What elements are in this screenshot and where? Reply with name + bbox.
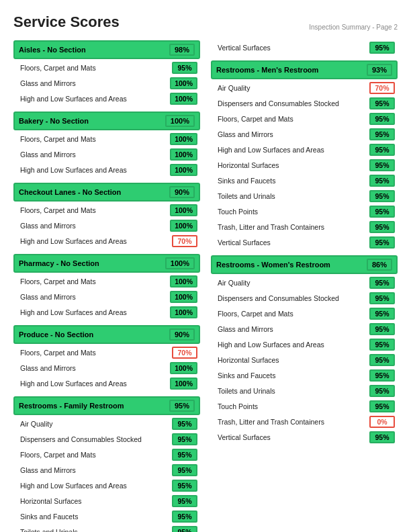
row-score: 95% xyxy=(172,495,197,507)
row-score: 100% xyxy=(170,133,197,145)
row-label: Sinks and Faucets xyxy=(218,177,369,185)
table-row: Glass and Mirrors95% xyxy=(13,463,200,478)
table-row: Floors, Carpet and Mats100% xyxy=(13,203,200,218)
row-score: 100% xyxy=(170,362,197,374)
page-title: Service Scores xyxy=(13,13,120,31)
row-score: 95% xyxy=(369,113,395,125)
table-row: Glass and Mirrors95% xyxy=(211,322,398,337)
table-row: High and Low Surfaces and Areas70% xyxy=(13,234,200,249)
row-label: High and Low Surfaces and Areas xyxy=(218,341,369,349)
section-name: Restrooms - Women's Restroom xyxy=(216,261,330,269)
row-score: 95% xyxy=(172,511,197,523)
row-label: Sinks and Faucets xyxy=(218,371,369,380)
table-row: High and Low Surfaces and Areas100% xyxy=(13,305,200,320)
row-label: Glass and Mirrors xyxy=(20,364,170,372)
table-row: Sinks and Faucets95% xyxy=(211,368,398,383)
row-score: 95% xyxy=(369,308,395,320)
row-score: 95% xyxy=(369,323,395,335)
table-row: Dispensers and Consumables Stocked95% xyxy=(211,96,398,111)
table-row: Vertical Surfaces95% xyxy=(211,430,398,445)
table-row: Floors, Carpet and Mats95% xyxy=(13,447,200,462)
table-row: Horizontal Surfaces95% xyxy=(211,158,398,173)
row-score: 95% xyxy=(369,277,395,289)
row-score: 70% xyxy=(369,82,395,94)
row-score: 100% xyxy=(170,378,197,390)
table-row: Glass and Mirrors100% xyxy=(13,147,200,162)
right-column: Vertical Surfaces95%Restrooms - Men's Re… xyxy=(211,40,398,532)
row-label: Horizontal Surfaces xyxy=(218,161,369,169)
section-score: 93% xyxy=(367,64,392,76)
row-score: 70% xyxy=(172,235,197,247)
row-label: Glass and Mirrors xyxy=(20,222,170,230)
row-label: Trash, Litter and Trash Containers xyxy=(218,418,369,426)
table-row: High and Low Surfaces and Areas95% xyxy=(211,142,398,157)
row-score: 95% xyxy=(369,128,395,140)
section-score: 98% xyxy=(169,44,195,56)
content-columns: Aisles - No Section98%Floors, Carpet and… xyxy=(13,40,398,532)
row-label: Floors, Carpet and Mats xyxy=(20,277,170,285)
table-row: Sinks and Faucets95% xyxy=(13,509,200,524)
row-label: Sinks and Faucets xyxy=(20,513,172,521)
section-header: Restrooms - Women's Restroom86% xyxy=(211,255,398,274)
row-label: Toilets and Urinals xyxy=(20,528,172,532)
row-score: 95% xyxy=(172,526,197,532)
table-row: Air Quality70% xyxy=(211,81,398,95)
table-row: Glass and Mirrors100% xyxy=(13,361,200,375)
row-label: Glass and Mirrors xyxy=(218,325,369,333)
section-name: Pharmacy - No Section xyxy=(19,259,99,267)
row-label: Toilets and Urinals xyxy=(218,387,369,395)
row-label: High and Low Surfaces and Areas xyxy=(20,380,170,388)
table-row: High and Low Surfaces and Areas100% xyxy=(13,91,200,106)
row-label: Floors, Carpet and Mats xyxy=(20,206,170,214)
row-label: Floors, Carpet and Mats xyxy=(20,64,172,72)
table-row: Dispensers and Consumables Stocked95% xyxy=(13,432,200,447)
row-label: Floors, Carpet and Mats xyxy=(20,135,170,143)
row-score: 95% xyxy=(172,464,197,476)
table-row: Vertical Surfaces95% xyxy=(211,235,398,250)
table-row: Glass and Mirrors95% xyxy=(211,127,398,142)
row-label: Floors, Carpet and Mats xyxy=(218,310,369,318)
table-row: High and Low Surfaces and Areas100% xyxy=(13,163,200,177)
row-score: 95% xyxy=(369,339,395,351)
table-row: Toilets and Urinals95% xyxy=(211,189,398,204)
row-score: 0% xyxy=(369,416,395,428)
table-row: Floors, Carpet and Mats100% xyxy=(13,132,200,146)
table-row: Floors, Carpet and Mats95% xyxy=(211,112,398,126)
row-score: 95% xyxy=(369,385,395,397)
table-row: Sinks and Faucets95% xyxy=(211,173,398,188)
row-label: High and Low Surfaces and Areas xyxy=(20,166,170,174)
row-score: 95% xyxy=(369,97,395,109)
section-header: Aisles - No Section98% xyxy=(13,40,200,59)
section-score: 95% xyxy=(169,400,195,412)
row-score: 95% xyxy=(369,236,395,249)
row-label: Touch Points xyxy=(218,402,369,410)
row-label: Floors, Carpet and Mats xyxy=(218,115,369,123)
row-score: 95% xyxy=(369,144,395,156)
table-row: High and Low Surfaces and Areas95% xyxy=(13,478,200,493)
row-score: 95% xyxy=(369,206,395,218)
page-header: Service Scores Inspection Summary - Page… xyxy=(13,13,398,31)
row-score: 95% xyxy=(369,42,395,54)
row-label: High and Low Surfaces and Areas xyxy=(20,308,170,316)
row-label: Glass and Mirrors xyxy=(20,150,170,159)
row-score: 100% xyxy=(170,204,197,216)
section-name: Restrooms - Men's Restroom xyxy=(216,66,318,74)
row-label: Dispensers and Consumables Stocked xyxy=(20,435,172,443)
section-header: Pharmacy - No Section100% xyxy=(13,254,200,273)
section-header: Checkout Lanes - No Section90% xyxy=(13,183,200,202)
section-score: 100% xyxy=(165,257,195,269)
row-score: 95% xyxy=(369,292,395,304)
section-name: Checkout Lanes - No Section xyxy=(19,188,121,196)
table-row: Air Quality95% xyxy=(13,416,200,431)
section-header: Restrooms - Family Restroom95% xyxy=(13,396,200,415)
table-row: Touch Points95% xyxy=(211,204,398,219)
section-name: Aisles - No Section xyxy=(19,46,86,54)
row-label: Glass and Mirrors xyxy=(218,130,369,138)
row-label: Horizontal Surfaces xyxy=(218,356,369,364)
table-row: Floors, Carpet and Mats70% xyxy=(13,345,200,360)
table-row: High and Low Surfaces and Areas100% xyxy=(13,376,200,391)
row-score: 95% xyxy=(172,418,197,430)
row-score: 100% xyxy=(170,77,197,89)
row-score: 100% xyxy=(170,164,197,176)
row-score: 70% xyxy=(172,347,197,359)
